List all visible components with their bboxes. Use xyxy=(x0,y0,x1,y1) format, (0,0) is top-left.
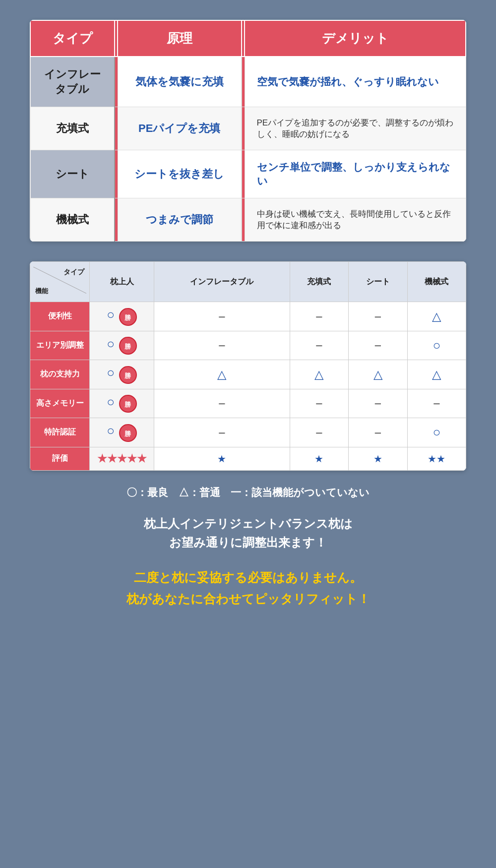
corner-feature-label: 機能 xyxy=(35,287,48,296)
makurajin-cell-2: ○ 勝 xyxy=(90,360,154,389)
type-cell-filling: 充填式 xyxy=(30,107,115,150)
table2: タイプ 機能 枕上人 インフレータブル 充填式 シート 機械式 便利性 ○ 勝 … xyxy=(30,261,466,471)
feature-cell-4: 特許認証 xyxy=(30,418,90,447)
circle-icon: ○ xyxy=(107,394,115,409)
table-row: 機械式 つまみで調節 中身は硬い機械で支え、長時間使用していると反作用で体に違和… xyxy=(30,198,466,242)
makurajin-cell-5: ★★★★★ xyxy=(90,447,154,470)
table-row: シート シートを抜き差し センチ単位で調整、しっかり支えられない xyxy=(30,150,466,198)
table2-header-row: タイプ 機能 枕上人 インフレータブル 充填式 シート 機械式 xyxy=(30,262,466,302)
cell-mechanical-3: – xyxy=(407,389,466,418)
table1-header-principle: 原理 xyxy=(118,20,242,57)
table-row: インフレータブル 気体を気嚢に充填 空気で気嚢が揺れ、ぐっすり眠れない xyxy=(30,57,466,107)
makurajin-cell-1: ○ 勝 xyxy=(90,331,154,360)
table-row: 高さメモリー ○ 勝 – – – – xyxy=(30,389,466,418)
makurajin-cell-3: ○ 勝 xyxy=(90,389,154,418)
table2-col-filling: 充填式 xyxy=(290,262,348,302)
win-badge: 勝 xyxy=(119,308,137,326)
cell-filling-2: △ xyxy=(290,360,348,389)
circle-icon: ○ xyxy=(107,423,115,438)
corner-cell: タイプ 機能 xyxy=(30,262,90,302)
table1: タイプ 原理 デメリット インフレータブル 気体を気嚢に充填 空気で気嚢が揺れ、… xyxy=(30,20,466,242)
table2-col-inflatable: インフレータブル xyxy=(154,262,290,302)
cell-sheet-0: – xyxy=(349,302,407,331)
cell-mechanical-5: ★★ xyxy=(407,447,466,470)
table1-wrapper: タイプ 原理 デメリット インフレータブル 気体を気嚢に充填 空気で気嚢が揺れ、… xyxy=(30,20,466,242)
table-row: 便利性 ○ 勝 – – – △ xyxy=(30,302,466,331)
win-badge: 勝 xyxy=(119,395,137,413)
cell-sheet-5: ★ xyxy=(349,447,407,470)
feature-cell-3: 高さメモリー xyxy=(30,389,90,418)
corner-type-label: タイプ xyxy=(63,268,84,277)
table-row: エリア別調整 ○ 勝 – – – ○ xyxy=(30,331,466,360)
cell-sheet-2: △ xyxy=(349,360,407,389)
table2-wrapper: タイプ 機能 枕上人 インフレータブル 充填式 シート 機械式 便利性 ○ 勝 … xyxy=(30,261,466,471)
principle-cell-sheet: シートを抜き差し xyxy=(118,150,242,198)
win-badge: 勝 xyxy=(119,366,137,384)
cell-filling-4: – xyxy=(290,418,348,447)
table-row: 評価 ★★★★★ ★ ★ ★ ★★ xyxy=(30,447,466,470)
cell-mechanical-2: △ xyxy=(407,360,466,389)
circle-icon: ○ xyxy=(107,365,115,380)
demerit-cell-sheet: センチ単位で調整、しっかり支えられない xyxy=(245,150,466,198)
feature-cell-5: 評価 xyxy=(30,447,90,470)
principle-cell-mechanical: つまみで調節 xyxy=(118,198,242,242)
table2-col-mechanical: 機械式 xyxy=(407,262,466,302)
cell-mechanical-1: ○ xyxy=(407,331,466,360)
circle-icon: ○ xyxy=(107,307,115,322)
type-cell-mechanical: 機械式 xyxy=(30,198,115,242)
principle-cell-inflatable: 気体を気嚢に充填 xyxy=(118,57,242,107)
principle-cell-filling: PEパイプを充填 xyxy=(118,107,242,150)
cell-filling-0: – xyxy=(290,302,348,331)
cell-sheet-1: – xyxy=(349,331,407,360)
table1-header-type: タイプ xyxy=(30,20,115,57)
cell-mechanical-0: △ xyxy=(407,302,466,331)
table2-col-sheet: シート xyxy=(349,262,407,302)
feature-cell-0: 便利性 xyxy=(30,302,90,331)
circle-icon: ○ xyxy=(107,336,115,351)
cell-inflatable-2: △ xyxy=(154,360,290,389)
win-badge: 勝 xyxy=(119,424,137,442)
cell-inflatable-5: ★ xyxy=(154,447,290,470)
makurajin-cell-0: ○ 勝 xyxy=(90,302,154,331)
table2-col-makurajin: 枕上人 xyxy=(90,262,154,302)
cell-filling-3: – xyxy=(290,389,348,418)
cell-inflatable-4: – xyxy=(154,418,290,447)
stars-red: ★★★★★ xyxy=(97,452,147,465)
table-row: 枕の支持力 ○ 勝 △ △ △ △ xyxy=(30,360,466,389)
win-badge: 勝 xyxy=(119,337,137,355)
cell-filling-1: – xyxy=(290,331,348,360)
cell-filling-5: ★ xyxy=(290,447,348,470)
cell-mechanical-4: ○ xyxy=(407,418,466,447)
cell-sheet-3: – xyxy=(349,389,407,418)
bottom-text2-line2: 枕があなたに合わせてピッタリフィット！ xyxy=(126,592,370,606)
feature-cell-1: エリア別調整 xyxy=(30,331,90,360)
cell-inflatable-1: – xyxy=(154,331,290,360)
feature-cell-2: 枕の支持力 xyxy=(30,360,90,389)
type-cell-inflatable: インフレータブル xyxy=(30,57,115,107)
makurajin-cell-4: ○ 勝 xyxy=(90,418,154,447)
cell-inflatable-3: – xyxy=(154,389,290,418)
demerit-cell-inflatable: 空気で気嚢が揺れ、ぐっすり眠れない xyxy=(245,57,466,107)
bottom-text2: 二度と枕に妥協する必要はありません。 枕があなたに合わせてピッタリフィット！ xyxy=(30,567,466,609)
demerit-cell-filling: PEパイプを追加するのが必要で、調整するのが煩わしく、睡眠の妨げになる xyxy=(245,107,466,150)
legend-text: 〇：最良 △：普通 一：該当機能がついていない xyxy=(30,486,466,499)
demerit-cell-mechanical: 中身は硬い機械で支え、長時間使用していると反作用で体に違和感が出る xyxy=(245,198,466,242)
bottom-text2-line1: 二度と枕に妥協する必要はありません。 xyxy=(134,570,362,584)
bottom-text1: 枕上人インテリジェントバランス枕はお望み通りに調整出来ます！ xyxy=(30,514,466,553)
cell-sheet-4: – xyxy=(349,418,407,447)
type-cell-sheet: シート xyxy=(30,150,115,198)
table-row: 特許認証 ○ 勝 – – – ○ xyxy=(30,418,466,447)
cell-inflatable-0: – xyxy=(154,302,290,331)
table-row: 充填式 PEパイプを充填 PEパイプを追加するのが必要で、調整するのが煩わしく、… xyxy=(30,107,466,150)
table1-header-demerit: デメリット xyxy=(245,20,466,57)
bottom-text1-line1: 枕上人インテリジェントバランス枕はお望み通りに調整出来ます！ xyxy=(144,517,353,549)
